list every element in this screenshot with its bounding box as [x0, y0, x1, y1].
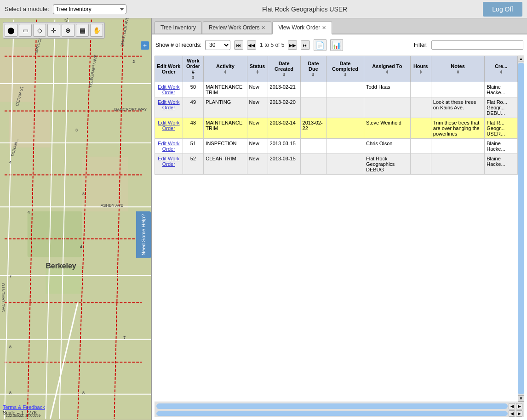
- col-header-activity[interactable]: Activity⇕: [204, 56, 247, 82]
- map-tool-circle[interactable]: ⬤: [5, 24, 17, 37]
- horizontal-scrollbar-2[interactable]: ◀ ▶: [155, 410, 524, 417]
- col-header-notes[interactable]: Notes⇕: [431, 56, 485, 82]
- need-help-tab[interactable]: Need Some Help?: [136, 211, 151, 258]
- scroll-thumb[interactable]: [518, 63, 524, 394]
- map-zoom-plus[interactable]: +: [141, 41, 149, 50]
- hscroll-track-2[interactable]: [156, 411, 508, 416]
- edit-work-order-link[interactable]: Edit Work Order: [158, 141, 179, 152]
- tab-review-work-orders[interactable]: Review Work Orders ✕: [203, 21, 271, 34]
- col-header-hours[interactable]: Hours⇕: [410, 56, 431, 82]
- map-content: ⬤ ▭ ◇ ✛ ⊕ ▤ ✋ +: [0, 18, 151, 420]
- svg-text:7: 7: [9, 274, 11, 278]
- cell-notes: [431, 82, 485, 97]
- content-area: Show # of records: 30 50 100 ⏮ ◀◀ 1 to 5…: [152, 34, 527, 420]
- edit-work-order-link[interactable]: Edit Work Order: [158, 120, 179, 131]
- cell-assigned-to: Flat Rock Geographics DEBUG: [364, 154, 410, 175]
- cell-notes: [431, 139, 485, 154]
- map-tool-select[interactable]: ⊕: [62, 24, 74, 37]
- select-module-label: Select a module:: [5, 6, 49, 12]
- show-records-label: Show # of records:: [155, 42, 201, 48]
- header-left: Select a module: Tree Inventory Work Ord…: [5, 4, 126, 14]
- cell-activity: MAINTENANCE TRIM: [204, 118, 247, 139]
- vertical-scrollbar[interactable]: ▲ ▼: [518, 56, 524, 402]
- cell-activity: CLEAR TRIM: [204, 154, 247, 175]
- records-per-page-select[interactable]: 30 50 100: [205, 40, 230, 50]
- cell-date-due: [300, 82, 327, 97]
- horizontal-scrollbar-1[interactable]: ◀ ▶: [155, 402, 524, 410]
- header: Select a module: Tree Inventory Work Ord…: [0, 0, 527, 18]
- page-info: 1 to 5 of 5: [260, 42, 284, 48]
- cell-wo-num: 48: [183, 118, 204, 139]
- tab-close-view[interactable]: ✕: [322, 25, 326, 31]
- cell-hours: [410, 97, 431, 118]
- cell-created-by: Blaine Hacke...: [485, 154, 518, 175]
- cell-date-completed: [327, 118, 364, 139]
- col-header-date-completed[interactable]: Date Completed⇕: [327, 56, 364, 82]
- module-select[interactable]: Tree Inventory Work Orders Inspections: [53, 4, 126, 14]
- cell-assigned-to: Chris Olson: [364, 139, 410, 154]
- svg-text:4: 4: [80, 244, 82, 249]
- edit-work-order-cell: Edit Work Order: [155, 82, 183, 97]
- svg-text:BANCROFT WAY: BANCROFT WAY: [114, 107, 147, 112]
- pdf-export-button[interactable]: 📄: [314, 39, 327, 51]
- map-tool-layers[interactable]: ▤: [76, 24, 89, 37]
- log-off-button[interactable]: Log Off: [483, 2, 522, 17]
- work-orders-table: Edit Work Order Work Order #⇕ Activity⇕ …: [155, 56, 518, 175]
- map-tool-pan[interactable]: ✋: [90, 24, 103, 37]
- edit-work-order-link[interactable]: Edit Work Order: [158, 156, 179, 167]
- tab-close-review[interactable]: ✕: [261, 25, 265, 31]
- hscroll-right[interactable]: ▶: [516, 403, 522, 409]
- controls-bar: Show # of records: 30 50 100 ⏮ ◀◀ 1 to 5…: [155, 37, 524, 53]
- filter-input[interactable]: [431, 40, 523, 50]
- cell-date-due: [300, 139, 327, 154]
- hscroll2-right[interactable]: ▶: [516, 410, 522, 417]
- svg-text:4: 4: [28, 210, 30, 215]
- cell-wo-num: 50: [183, 82, 204, 97]
- edit-work-order-link[interactable]: Edit Work Order: [158, 99, 179, 110]
- hscroll-track[interactable]: [156, 403, 508, 409]
- scroll-up-arrow[interactable]: ▲: [518, 56, 524, 62]
- cell-created-by: Blaine Hacke...: [485, 139, 518, 154]
- edit-work-order-link[interactable]: Edit Work Order: [158, 84, 179, 95]
- map-tool-polygon[interactable]: ◇: [33, 24, 46, 37]
- col-header-wo[interactable]: Work Order #⇕: [183, 56, 204, 82]
- table-scroll-container[interactable]: Edit Work Order Work Order #⇕ Activity⇕ …: [155, 56, 518, 402]
- filter-label: Filter:: [414, 42, 428, 48]
- first-page-button[interactable]: ⏮: [234, 40, 243, 50]
- next-page-button[interactable]: ▶▶: [288, 40, 297, 50]
- prev-page-button[interactable]: ◀◀: [247, 40, 256, 50]
- map-toolbar: ⬤ ▭ ◇ ✛ ⊕ ▤ ✋: [3, 22, 105, 39]
- cell-date-created: 2013-02-14: [268, 118, 300, 139]
- col-header-status[interactable]: Status⇕: [247, 56, 268, 82]
- table-row: Edit Work Order51INSPECTIONNew2013-03-15…: [155, 139, 518, 154]
- cell-date-due: [300, 154, 327, 175]
- cell-wo-num: 51: [183, 139, 204, 154]
- col-header-date-created[interactable]: Date Created⇕: [268, 56, 300, 82]
- cell-date-completed: [327, 97, 364, 118]
- cell-date-completed: [327, 139, 364, 154]
- edit-work-order-cell: Edit Work Order: [155, 97, 183, 118]
- terms-feedback-link[interactable]: Terms & Feedback: [3, 404, 45, 410]
- map-bottom: Terms & Feedback Scale = 1 : 27K: [3, 404, 148, 415]
- cell-status: New: [247, 82, 268, 97]
- cell-activity: INSPECTION: [204, 139, 247, 154]
- col-header-created-by[interactable]: Cre...⇕: [485, 56, 518, 82]
- edit-work-order-cell: Edit Work Order: [155, 139, 183, 154]
- last-page-button[interactable]: ⏭: [301, 40, 310, 50]
- hscroll-left[interactable]: ◀: [509, 403, 515, 409]
- tab-tree-inventory[interactable]: Tree Inventory: [155, 21, 202, 34]
- cell-date-created: 2013-03-15: [268, 154, 300, 175]
- svg-text:4: 4: [9, 160, 11, 165]
- cell-date-created: 2013-03-15: [268, 139, 300, 154]
- cell-created-by: Flat R... Geogr... USER...: [485, 118, 518, 139]
- scroll-down-arrow[interactable]: ▼: [518, 395, 524, 402]
- excel-export-button[interactable]: 📊: [330, 39, 343, 51]
- col-header-assigned-to[interactable]: Assigned To⇕: [364, 56, 410, 82]
- hscroll2-left[interactable]: ◀: [509, 410, 515, 417]
- map-tool-square[interactable]: ▭: [19, 24, 32, 37]
- map-tool-move[interactable]: ✛: [47, 24, 60, 37]
- col-header-date-due[interactable]: Date Due⇕: [300, 56, 327, 82]
- tab-view-work-order[interactable]: View Work Order ✕: [272, 21, 332, 34]
- svg-rect-1: [28, 211, 82, 257]
- table-row: Edit Work Order50MAINTENANCE TRIMNew2013…: [155, 82, 518, 97]
